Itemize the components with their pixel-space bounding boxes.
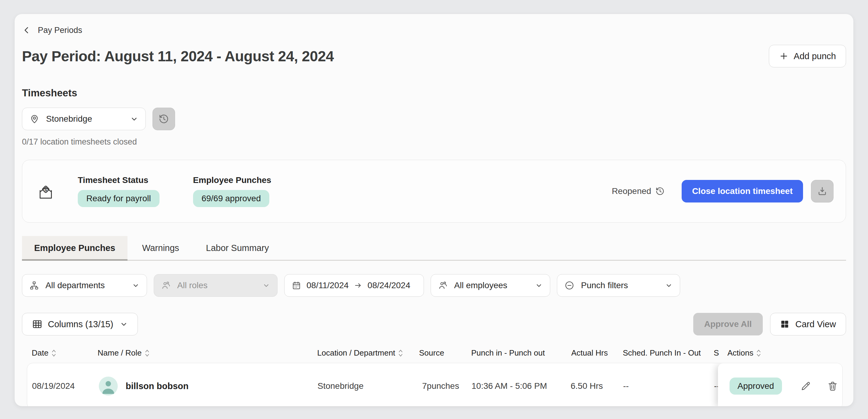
- col-header-s-label: S: [714, 348, 719, 358]
- timesheet-status-label: Timesheet Status: [78, 175, 159, 185]
- col-header-date-label: Date: [32, 348, 49, 358]
- row-actions-panel: Approved: [718, 363, 842, 406]
- grid-2x2-icon: [780, 320, 789, 329]
- tab-employee-punches-label: Employee Punches: [34, 243, 115, 253]
- col-header-sched-label: Sched. Punch In - Out: [623, 348, 701, 358]
- add-punch-label: Add punch: [794, 51, 836, 61]
- hierarchy-icon: [30, 281, 39, 290]
- plus-icon: [779, 51, 789, 61]
- trash-icon: [827, 381, 838, 392]
- close-location-timesheet-button[interactable]: Close location timesheet: [682, 180, 803, 202]
- col-header-date[interactable]: Date: [32, 348, 56, 358]
- row-actual-hrs: 6.50 Hrs: [570, 381, 603, 391]
- chevron-down-icon: [132, 282, 140, 289]
- col-header-actions[interactable]: Actions: [727, 348, 761, 358]
- chevron-down-icon: [262, 282, 270, 289]
- col-header-s-truncated: S: [714, 348, 719, 358]
- arrow-right-icon: [354, 282, 362, 289]
- col-header-location-department[interactable]: Location / Department: [317, 348, 403, 358]
- breadcrumb-pay-periods[interactable]: Pay Periods: [22, 25, 846, 35]
- employee-punches-group: Employee Punches 69/69 approved: [193, 175, 272, 207]
- table-header-row: Date Name / Role Location / Department S…: [22, 347, 846, 362]
- add-punch-button[interactable]: Add punch: [769, 45, 846, 67]
- location-select[interactable]: Stonebridge: [22, 108, 146, 130]
- departments-filter-value: All departments: [45, 281, 105, 290]
- chevron-down-icon: [120, 320, 128, 328]
- row-date: 08/19/2024: [32, 381, 75, 391]
- timesheet-status-badge: Ready for payroll: [78, 190, 159, 207]
- payroll-envelope-icon: $: [36, 181, 56, 201]
- delete-punch-button[interactable]: [827, 381, 838, 392]
- date-range-end: 08/24/2024: [368, 281, 410, 290]
- roles-filter[interactable]: All roles: [154, 274, 278, 297]
- export-timesheet-button[interactable]: [811, 180, 834, 202]
- date-range-filter[interactable]: 08/11/2024 08/24/2024: [284, 274, 424, 297]
- card-view-label: Card View: [796, 319, 836, 329]
- chevron-left-icon: [22, 26, 31, 35]
- reopened-label: Reopened: [612, 186, 651, 196]
- filters-row: All departments All roles 08/11/2024 08/…: [22, 274, 846, 299]
- svg-text:$: $: [44, 187, 47, 192]
- chevron-down-icon: [535, 282, 542, 289]
- title-row: Pay Period: August 11, 2024 - August 24,…: [22, 44, 846, 68]
- timesheet-row[interactable]: 08/19/2024 billson bobson Stonebridge 7p…: [27, 363, 843, 406]
- employee-punches-badge: 69/69 approved: [193, 190, 270, 207]
- minus-circle-icon: [564, 281, 574, 290]
- row-name-role: billson bobson: [99, 377, 188, 395]
- tab-labor-summary[interactable]: Labor Summary: [194, 236, 281, 260]
- pencil-icon: [800, 381, 811, 392]
- col-header-name-role[interactable]: Name / Role: [98, 348, 150, 358]
- download-icon: [817, 186, 828, 196]
- row-source: 7punches: [422, 381, 459, 391]
- person-icon: [99, 377, 118, 395]
- col-header-actual-hrs: Actual Hrs: [571, 348, 608, 358]
- tab-labor-summary-label: Labor Summary: [206, 243, 269, 253]
- employees-filter[interactable]: All employees: [431, 274, 550, 297]
- row-location: Stonebridge: [317, 381, 364, 391]
- location-selector-row: Stonebridge: [22, 107, 846, 131]
- timesheet-status-group: Timesheet Status Ready for payroll: [78, 175, 159, 207]
- col-header-location-label: Location / Department: [317, 348, 395, 358]
- card-view-button[interactable]: Card View: [770, 313, 846, 335]
- page-title: Pay Period: August 11, 2024 - August 24,…: [22, 48, 334, 65]
- chevron-down-icon: [130, 115, 138, 123]
- approved-status-badge: Approved: [730, 378, 782, 395]
- timesheets-closed-summary: 0/17 location timesheets closed: [22, 137, 846, 148]
- row-sched-punch: --: [623, 381, 629, 391]
- punch-filters-value: Punch filters: [581, 281, 628, 290]
- status-card-actions: Reopened Close location timesheet: [612, 180, 834, 202]
- tab-employee-punches[interactable]: Employee Punches: [22, 236, 127, 260]
- punch-filters-select[interactable]: Punch filters: [557, 274, 680, 297]
- table-controls-row: Columns (13/15) Approve All Card View: [22, 313, 846, 335]
- tab-warnings[interactable]: Warnings: [130, 236, 191, 260]
- col-header-punch-label: Punch in - Punch out: [471, 348, 545, 358]
- col-header-source: Source: [419, 348, 444, 358]
- date-range-start: 08/11/2024: [307, 281, 349, 290]
- employees-filter-value: All employees: [454, 281, 507, 290]
- close-location-timesheet-label: Close location timesheet: [692, 186, 793, 196]
- col-header-name-role-label: Name / Role: [98, 348, 142, 358]
- timesheets-heading: Timesheets: [22, 87, 846, 99]
- table-grid-icon: [32, 319, 42, 329]
- location-history-button[interactable]: [153, 108, 175, 130]
- sort-icon: [52, 349, 56, 357]
- location-select-value: Stonebridge: [46, 114, 92, 124]
- reopened-history-icon[interactable]: [655, 187, 664, 196]
- tab-warnings-label: Warnings: [142, 243, 179, 253]
- col-header-punch-in-out: Punch in - Punch out: [471, 348, 545, 358]
- approve-all-button[interactable]: Approve All: [693, 313, 763, 335]
- departments-filter[interactable]: All departments: [22, 274, 147, 297]
- col-header-actual-hrs-label: Actual Hrs: [571, 348, 608, 358]
- chevron-down-icon: [665, 282, 673, 289]
- columns-button[interactable]: Columns (13/15): [22, 313, 138, 335]
- tabs: Employee Punches Warnings Labor Summary: [22, 236, 846, 261]
- columns-button-label: Columns (13/15): [48, 319, 113, 329]
- users-icon: [438, 281, 447, 290]
- sort-icon: [145, 349, 150, 357]
- pay-period-panel: Pay Periods Pay Period: August 11, 2024 …: [14, 14, 854, 406]
- history-icon: [159, 114, 169, 124]
- sort-icon: [398, 349, 403, 357]
- edit-punch-button[interactable]: [800, 381, 811, 392]
- timesheet-status-card: $ Timesheet Status Ready for payroll Emp…: [22, 160, 846, 223]
- roles-filter-value: All roles: [177, 281, 208, 290]
